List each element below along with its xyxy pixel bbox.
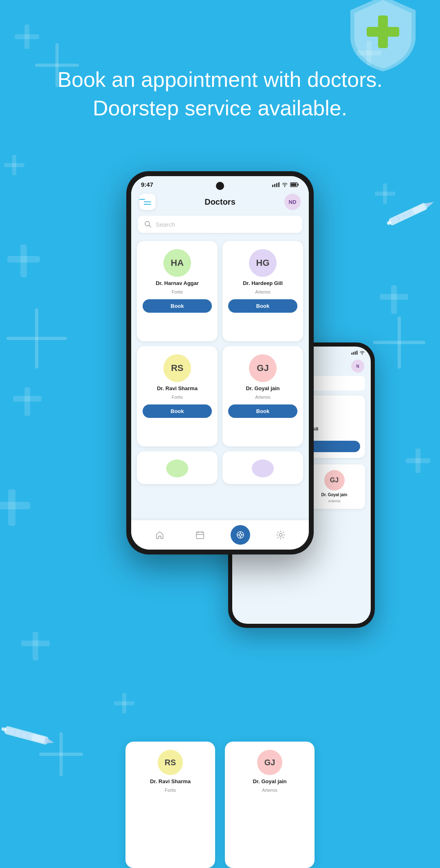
svg-rect-7 (13, 396, 42, 402)
doctor-card-partial-2 (222, 451, 303, 484)
svg-rect-52 (352, 353, 353, 355)
nav-home[interactable] (150, 525, 169, 545)
bottom-avatar-rs: RS (158, 750, 183, 775)
search-icon (144, 221, 152, 228)
book-button-ha[interactable]: Book (143, 299, 212, 313)
bg-hospital-gj: Artemis (328, 499, 341, 503)
status-icons (272, 182, 299, 187)
svg-rect-32 (272, 185, 273, 187)
doctor-name-rs: Dr. Ravi Sharma (157, 385, 198, 391)
doctor-name-hg: Dr. Hardeep Gill (243, 280, 283, 286)
bottom-card-rs: RS Dr. Ravi Sharma Fortis (125, 742, 215, 868)
doctor-card-ha: HA Dr. Harnav Aggar Fortis Book (137, 241, 218, 341)
page-title: Doctors (205, 197, 235, 207)
svg-rect-34 (276, 183, 277, 187)
doctor-card-rs: RS Dr. Ravi Sharma Fortis Book (137, 346, 218, 446)
bottom-nav (131, 520, 309, 550)
doctor-hospital-hg: Artemis (255, 289, 270, 294)
doctor-name-gj: Dr. Goyal jain (246, 385, 279, 391)
bottom-avatar-gj: GJ (257, 750, 282, 775)
home-icon (155, 530, 164, 539)
book-button-rs[interactable]: Book (143, 404, 212, 418)
doctor-name-ha: Dr. Harnav Aggar (156, 280, 199, 286)
bottom-cards-area: RS Dr. Ravi Sharma Fortis GJ Dr. Goyal j… (0, 733, 440, 868)
bottom-hospital-rs: Fortis (165, 788, 176, 793)
menu-line (144, 204, 151, 205)
bg-name-gj: Dr. Goyal jain (321, 493, 348, 497)
phone-mockup: 9:47 (126, 171, 314, 554)
svg-rect-2 (12, 155, 16, 175)
status-time: 9:47 (141, 181, 153, 188)
user-avatar[interactable]: ND (284, 194, 301, 210)
svg-rect-14 (383, 183, 387, 204)
svg-rect-54 (355, 351, 356, 355)
nav-calendar[interactable] (190, 525, 210, 545)
svg-rect-4 (20, 245, 27, 277)
nav-doctors[interactable] (231, 525, 250, 545)
calendar-icon (196, 530, 205, 539)
svg-rect-5 (7, 256, 40, 263)
doctor-hospital-ha: Fortis (172, 289, 183, 294)
svg-rect-53 (353, 352, 354, 355)
doctor-hospital-rs: Fortis (172, 395, 183, 400)
svg-rect-18 (416, 448, 420, 473)
doctors-icon (236, 530, 245, 539)
svg-rect-31 (367, 27, 399, 37)
phone-notch (216, 182, 224, 190)
doctor-card-partial-1 (137, 451, 218, 484)
svg-rect-9 (0, 502, 30, 509)
menu-button[interactable] (139, 194, 156, 210)
svg-line-40 (149, 225, 151, 227)
doctor-avatar-rs: RS (163, 354, 191, 382)
bg-wifi-icon (359, 351, 365, 355)
svg-rect-21 (114, 701, 134, 705)
book-button-hg[interactable]: Book (228, 299, 297, 313)
svg-rect-10 (33, 632, 38, 660)
book-button-gj[interactable]: Book (228, 404, 297, 418)
doctor-avatar-ha: HA (163, 249, 191, 277)
search-bar[interactable]: Search (138, 216, 302, 233)
bottom-card-gj: GJ Dr. Goyal jain Artemis (225, 742, 315, 868)
svg-rect-20 (122, 693, 126, 713)
svg-rect-17 (380, 294, 408, 300)
svg-rect-37 (298, 183, 299, 186)
search-container: Search (131, 216, 309, 239)
svg-rect-19 (406, 458, 430, 463)
bg-avatar-gj: GJ (324, 470, 345, 490)
svg-point-46 (239, 534, 242, 536)
hero-text: Book an appointment with doctors. Doorst… (0, 65, 440, 122)
svg-rect-3 (4, 163, 24, 167)
phone-body: 9:47 (126, 171, 314, 554)
svg-rect-16 (391, 285, 397, 314)
doctor-card-hg: HG Dr. Hardeep Gill Artemis Book (222, 241, 303, 341)
syringe-right-icon (375, 183, 440, 241)
bg-signal-icon (351, 351, 358, 355)
svg-rect-8 (8, 489, 15, 526)
svg-rect-1 (15, 34, 39, 39)
doctor-avatar-partial2 (252, 459, 274, 477)
bg-user-avatar: N (351, 360, 364, 373)
svg-rect-41 (196, 532, 204, 539)
bottom-name-gj: Dr. Goyal jain (253, 778, 286, 784)
menu-line (139, 199, 145, 200)
menu-line (144, 201, 151, 202)
nav-settings[interactable] (271, 525, 290, 545)
bottom-hospital-gj: Artemis (262, 788, 277, 793)
bottom-name-rs: Dr. Ravi Sharma (150, 778, 191, 784)
svg-rect-15 (375, 192, 395, 196)
svg-rect-33 (274, 184, 275, 187)
doctors-grid: HA Dr. Harnav Aggar Fortis Book HG Dr. H… (131, 239, 309, 539)
svg-rect-38 (291, 183, 297, 186)
app-header: Doctors ND (131, 190, 309, 216)
doctor-avatar-partial1 (166, 459, 188, 477)
svg-rect-35 (278, 182, 279, 187)
svg-rect-0 (24, 24, 29, 49)
signal-icon (272, 182, 279, 187)
battery-icon (290, 182, 299, 187)
doctor-hospital-gj: Artemis (255, 395, 270, 400)
doctor-card-gj: GJ Dr. Goyal jain Artemis Book (222, 346, 303, 446)
svg-rect-6 (24, 387, 30, 416)
doctor-avatar-hg: HG (249, 249, 277, 277)
svg-rect-55 (356, 351, 358, 355)
shield-icon (342, 0, 424, 75)
